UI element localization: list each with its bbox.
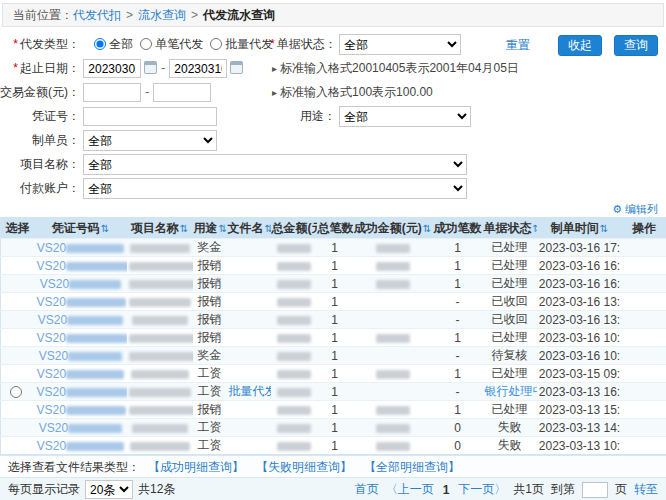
doc-status-select[interactable]: 全部 [339,34,461,55]
sort-icon[interactable]: ⇅ [101,223,109,234]
sort-icon[interactable]: ⇅ [219,223,227,234]
success-amount-redacted [376,262,410,271]
all-detail-query-link[interactable]: 【全部明细查询】 [364,460,460,474]
voucher-link[interactable]: VS20 [39,349,122,363]
first-page-link[interactable]: 首页 [355,481,379,498]
column-header-4[interactable]: 用途⇅ [193,218,227,239]
calendar-icon[interactable] [230,61,243,74]
edit-columns-link[interactable]: ⚙编辑列 [612,203,658,215]
sort-icon[interactable]: ⇅ [180,223,188,234]
cell-file [227,419,271,437]
voucher-link[interactable]: VS20 [37,259,127,273]
next-page-link[interactable]: 下一页〉 [458,481,506,498]
project-name-redacted [129,298,191,307]
cell-action [623,329,666,347]
amount-from-input[interactable] [83,83,141,102]
breadcrumb-item-payout-withhold[interactable]: 代发代扣 [73,8,121,22]
cell-select[interactable] [1,383,35,401]
cell-action [623,275,666,293]
payer-account-select[interactable]: 全部 [83,178,467,199]
sort-icon[interactable]: ⇅ [533,223,537,234]
column-header-label: 操作 [632,221,656,235]
calendar-icon[interactable] [144,61,157,74]
cell-project [127,347,193,365]
voucher-link[interactable]: VS20 [37,331,127,345]
column-header-9[interactable]: 成功笔数⇅ [433,218,483,239]
column-header-6[interactable]: 总金额(元)⇅ [271,218,317,239]
date-to-input[interactable] [169,59,227,78]
voucher-link[interactable]: VS20 [37,403,126,417]
payout-type-radio[interactable] [210,38,222,50]
table-body: VS20奖金11已处理2023-03-16 17:VS20报销11已处理2023… [1,239,666,455]
payout-type-radio[interactable] [140,38,152,50]
success-detail-query-link[interactable]: 【成功明细查询】 [148,460,244,474]
collapse-button[interactable]: 收起 [558,35,602,56]
cell-success-amount [353,275,433,293]
project-name-redacted [130,442,190,451]
total-amount-redacted [277,442,311,451]
cell-status: 失败 [483,419,537,437]
voucher-link[interactable]: VS20 [37,295,126,309]
voucher-link[interactable]: VS20 [37,385,127,399]
sort-icon[interactable]: ⇅ [265,223,271,234]
voucher-link[interactable]: VS20 [38,313,123,327]
goto-button[interactable]: 转至 [634,481,658,498]
purpose-select[interactable]: 全部 [339,106,471,127]
goto-page-input[interactable] [582,482,608,498]
voucher-no-label: 凭证号： [0,104,80,128]
reset-link[interactable]: 重置 [506,38,530,52]
prev-page-link[interactable]: 〈上一页 [386,481,434,498]
cell-purpose: 工资 [193,383,227,401]
total-amount-redacted [277,298,311,307]
column-header-7[interactable]: 总笔数⇅ [317,218,353,239]
required-mark: * [270,37,275,51]
column-header-10[interactable]: 单据状态⇅ [483,218,537,239]
column-header-2[interactable]: 凭证号码⇅ [35,218,127,239]
query-button[interactable]: 查询 [614,35,658,56]
form-row-amount: 交易金额(元)： - ▸标准输入格式100表示100.00 [0,80,666,104]
payout-type-radio[interactable] [94,38,106,50]
sort-icon[interactable]: ⇅ [600,223,608,234]
sort-icon[interactable]: ⇅ [423,223,431,234]
cell-purpose: 报销 [193,401,227,419]
column-header-11[interactable]: 制单时间⇅ [537,218,623,239]
amount-to-input[interactable] [153,83,211,102]
cell-total-count: 1 [317,437,353,455]
cell-total-amount [271,311,317,329]
column-header-5[interactable]: 文件名⇅ [227,218,271,239]
voucher-no-input[interactable] [83,107,217,126]
results-table: 选择凭证号码⇅项目名称⇅用途⇅文件名⇅总金额(元)⇅总笔数⇅成功金额(元)⇅成功… [0,217,666,455]
cell-voucher: VS20 [35,365,127,383]
voucher-link[interactable]: VS20 [40,277,121,291]
cell-status: 已处理 [483,401,537,419]
cell-voucher: VS20 [35,239,127,257]
success-amount-redacted [376,280,410,289]
payout-type-option[interactable]: 全部 [94,37,133,51]
file-name-link[interactable]: 批量代发.xls [229,384,271,398]
fail-detail-query-link[interactable]: 【失败明细查询】 [256,460,352,474]
voucher-redacted [66,262,127,271]
cell-total-amount [271,383,317,401]
voucher-link[interactable]: VS20 [39,421,122,435]
cell-created-time: 2023-03-16 10: [537,347,623,365]
payout-type-option[interactable]: 批量代发 [210,37,273,51]
voucher-link[interactable]: VS20 [37,241,124,255]
cell-total-count: 1 [317,419,353,437]
column-header-3[interactable]: 项目名称⇅ [127,218,193,239]
date-from-input[interactable] [83,59,141,78]
voucher-link[interactable]: VS20 [37,439,124,453]
project-select[interactable]: 全部 [83,154,467,175]
note-arrow-icon: ▸ [272,87,277,98]
voucher-prefix: VS20 [39,349,68,363]
maker-select[interactable]: 全部 [83,130,217,151]
column-header-8[interactable]: 成功金额(元)⇅ [353,218,433,239]
form-row-voucher-purpose: 凭证号： 用途： 全部 [0,104,666,128]
voucher-link[interactable]: VS20 [37,367,124,381]
cell-select [1,293,35,311]
column-header-label: 制单时间 [551,221,599,235]
row-select-radio[interactable] [10,386,22,398]
breadcrumb-item-flow-query[interactable]: 流水查询 [138,8,186,22]
per-page-select[interactable]: 20条 [85,480,133,499]
cell-success-amount [353,401,433,419]
payout-type-option[interactable]: 单笔代发 [140,37,203,51]
